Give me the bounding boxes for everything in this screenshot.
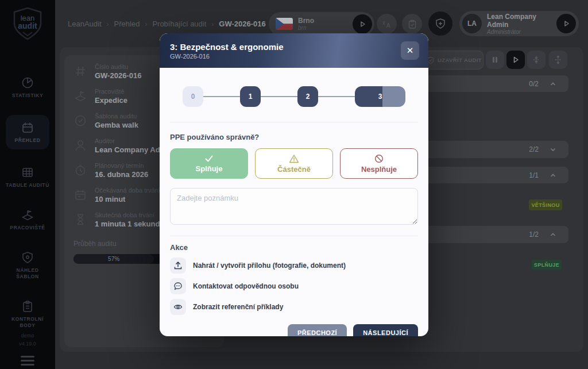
sidebar-item-prehled[interactable]: PŘEHLED	[6, 115, 49, 149]
warning-triangle-icon	[289, 154, 299, 163]
option-label: Splňuje	[196, 164, 223, 173]
user-play-button[interactable]	[556, 14, 576, 33]
step-connector	[318, 96, 355, 97]
action-show-references[interactable]: Zobrazit referenční příklady	[170, 299, 418, 315]
sidebar-item-kontrolni-body[interactable]: KONTROLNÍ BODY	[6, 296, 49, 332]
expand-all-button[interactable]	[549, 51, 567, 69]
action-label: Kontaktovat odpovědnou osobu	[193, 282, 299, 290]
close-icon[interactable]: ✕	[401, 41, 419, 60]
action-upload-attachment[interactable]: Nahrát / vytvořit přílohu (fotografie, d…	[170, 257, 418, 274]
admin-shield-button[interactable]	[428, 11, 452, 36]
clipboard-check-icon	[407, 19, 417, 29]
badge-check-icon	[74, 114, 87, 128]
actions-list: Nahrát / vytvořit přílohu (fotografie, d…	[170, 257, 418, 315]
svg-text:x̄: x̄	[382, 20, 385, 26]
translate-button[interactable]: x̄ A	[377, 14, 397, 34]
step-1[interactable]: 1	[240, 86, 261, 107]
calendar-range-icon	[74, 188, 87, 202]
location-selector[interactable]: Brno brn	[269, 12, 374, 36]
option-splnuje[interactable]: Splňuje	[170, 148, 248, 179]
progress-fill: 57%	[74, 254, 154, 264]
sidebar-item-tabule-auditu[interactable]: TABULE AUDITŮ	[6, 162, 49, 192]
field-label: Očekávaná doba trvání	[95, 187, 160, 194]
hamburger-menu-icon[interactable]	[18, 353, 37, 368]
action-label: Nahrát / vytvořit přílohu (fotografie, d…	[193, 262, 346, 270]
modal-body: 0 1 2 3 PPE používáno správně? Splňuje	[160, 86, 428, 336]
chevron-up-icon	[549, 230, 557, 239]
step-0[interactable]: 0	[183, 86, 203, 107]
field-label: Plánovaný termín	[95, 162, 148, 169]
eye-icon	[170, 299, 186, 315]
previous-button[interactable]: PŘEDCHOZÍ	[288, 324, 347, 336]
workstation-icon	[21, 208, 34, 222]
sidebar-nav: STATISTIKY PŘEHLED TABULE AUDITŮ PRACOVI…	[0, 72, 55, 332]
user-role: Administrátor	[487, 29, 551, 35]
divider	[170, 122, 418, 122]
collapse-all-button[interactable]	[527, 51, 546, 69]
app-logo[interactable]: lean audit	[11, 6, 44, 43]
option-label: Částečně	[277, 165, 311, 174]
location-text: Brno brn	[298, 17, 314, 31]
breadcrumb-item[interactable]: Probíhající audit	[152, 20, 206, 28]
sidebar-item-label: KONTROLNÍ BODY	[6, 316, 49, 329]
field-value: Expedice	[95, 96, 127, 105]
breadcrumb-item[interactable]: Přehled	[114, 20, 140, 28]
option-castecne[interactable]: Částečně	[255, 148, 333, 179]
action-contact-person[interactable]: Kontaktovat odpovědnou osobu	[170, 278, 418, 294]
location-play-button[interactable]	[353, 14, 372, 34]
breadcrumb-item[interactable]: LeanAudit	[68, 20, 102, 28]
step-3-current[interactable]: 3	[355, 86, 405, 107]
breadcrumb-current: GW-2026-016	[219, 20, 265, 28]
field-value: 1 minuta 1 sekunda	[95, 220, 164, 228]
field-label: Číslo auditu	[95, 63, 141, 70]
section-count: 1/1	[529, 171, 539, 179]
field-label: Skutečná doba trvání	[95, 212, 164, 218]
sidebar-item-nahled-sablon[interactable]: NÁHLED ŠABLON	[6, 247, 49, 283]
sidebar-item-statistiky[interactable]: STATISTIKY	[6, 72, 49, 102]
breadcrumb-separator: ›	[107, 20, 109, 28]
close-audit-label: UZAVŘÍT AUDIT	[438, 57, 482, 63]
section-count: 1/2	[529, 230, 539, 239]
pause-icon	[491, 56, 499, 64]
sidebar-item-label: STATISTIKY	[12, 93, 43, 99]
sidebar: lean audit STATISTIKY PŘEHLED TABULE	[0, 0, 55, 369]
expand-icon	[554, 55, 563, 64]
status-badge: SPLŇUJE	[532, 260, 562, 270]
next-button[interactable]: NÁSLEDUJÍCÍ	[353, 324, 418, 336]
grid-icon	[21, 166, 34, 179]
modal-subtitle: GW-2026-016	[170, 53, 284, 60]
step-connector	[261, 96, 297, 97]
hash-icon	[74, 64, 87, 78]
sidebar-item-pracoviste[interactable]: PRACOVIŠTĚ	[6, 205, 49, 235]
clipboard-icon	[21, 299, 34, 313]
chevron-up-icon	[549, 171, 557, 179]
translate-icon: x̄ A	[382, 19, 392, 29]
action-label: Zobrazit referenční příklady	[193, 303, 283, 311]
user-menu[interactable]: LA Lean Company Admin Administrátor	[459, 11, 579, 36]
step-indicator: 0 1 2 3	[170, 86, 418, 107]
chevron-down-icon	[549, 145, 557, 153]
version-info: demo v4.19.0	[19, 332, 36, 348]
field-value: Gemba walk	[95, 121, 138, 129]
step-2[interactable]: 2	[297, 86, 318, 107]
modal-header-text: 3: Bezpečnost & ergonomie GW-2026-016	[170, 42, 284, 60]
sidebar-footer: demo v4.19.0	[18, 332, 37, 368]
status-badge: VĚTŠINOU	[529, 199, 562, 210]
sidebar-item-label: NÁHLED ŠABLON	[6, 267, 49, 280]
modal-footer: PŘEDCHOZÍ NÁSLEDUJÍCÍ	[170, 324, 418, 336]
note-input[interactable]	[170, 188, 418, 225]
collapse-icon	[532, 55, 541, 64]
tasks-button[interactable]	[402, 14, 422, 34]
sidebar-item-label: PŘEHLED	[15, 137, 41, 144]
resume-button[interactable]	[506, 51, 525, 69]
progress-label: Průběh auditu	[74, 240, 117, 248]
clock-icon	[74, 163, 87, 177]
hourglass-icon	[74, 213, 87, 226]
pause-button[interactable]	[486, 51, 504, 69]
option-nesplnuje[interactable]: Nesplňuje	[340, 148, 418, 179]
divider	[170, 236, 418, 236]
checkpoint-modal: 3: Bezpečnost & ergonomie GW-2026-016 ✕ …	[160, 33, 428, 336]
sidebar-item-label: TABULE AUDITŮ	[6, 182, 49, 189]
version-label: v4.19.0	[19, 340, 36, 348]
close-audit-button[interactable]: UZAVŘÍT AUDIT	[425, 51, 483, 70]
